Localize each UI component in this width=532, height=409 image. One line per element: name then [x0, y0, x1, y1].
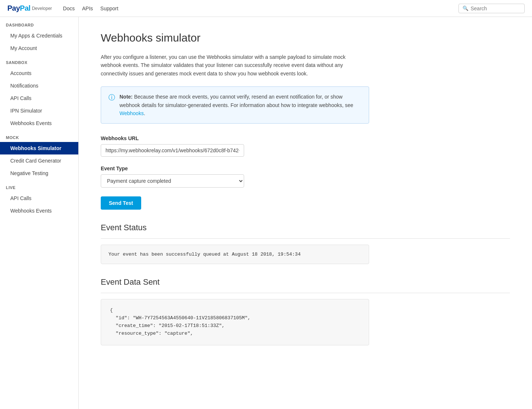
nav-docs[interactable]: Docs [63, 6, 75, 11]
top-navigation: PayPal Developer Docs APIs Support 🔍 [0, 0, 532, 17]
event-type-field: Event Type Payment capture completed Pay… [101, 166, 510, 188]
event-type-label: Event Type [101, 166, 510, 171]
note-text-body: Because these are mock events, you canno… [119, 94, 353, 108]
search-input[interactable] [471, 6, 521, 11]
sidebar-section-mock: MOCK [0, 129, 78, 142]
event-status-message: Your event has been successfully queued … [108, 252, 301, 257]
sidebar-section-dashboard: DASHBOARD [0, 17, 78, 29]
info-icon: ⓘ [108, 93, 115, 117]
note-box: ⓘ Note: Because these are mock events, y… [101, 86, 369, 124]
sidebar-section-live: LIVE [0, 179, 78, 192]
event-status-divider [101, 238, 510, 239]
note-content: Note: Because these are mock events, you… [119, 93, 361, 117]
logo[interactable]: PayPal Developer [7, 4, 52, 13]
code-line-0: { [110, 307, 360, 314]
search-icon: 🔍 [463, 6, 468, 11]
code-line-1: "id": "WH-7Y7254563A4550640-11V218580683… [110, 314, 360, 322]
sidebar-item-api-calls[interactable]: API Calls [0, 92, 78, 104]
sidebar-item-live-api-calls[interactable]: API Calls [0, 192, 78, 204]
sidebar-item-webhooks-events[interactable]: Webhooks Events [0, 117, 78, 129]
event-data-divider [101, 293, 510, 293]
sidebar-item-my-apps[interactable]: My Apps & Credentials [0, 29, 78, 42]
event-status-box: Your event has been successfully queued … [101, 245, 369, 264]
sidebar: DASHBOARD My Apps & Credentials My Accou… [0, 17, 79, 409]
note-link-suffix: . [144, 110, 145, 116]
webhooks-url-field: Webhooks URL [101, 135, 510, 157]
webhooks-link[interactable]: Webhooks [119, 110, 144, 116]
webhooks-url-input[interactable] [101, 144, 244, 157]
paypal-logo-text: PayPal [7, 4, 31, 13]
sidebar-item-ipn-simulator[interactable]: IPN Simulator [0, 104, 78, 117]
sidebar-item-my-account[interactable]: My Account [0, 42, 78, 54]
developer-label: Developer [32, 6, 52, 11]
code-line-3: "resource_type": "capture", [110, 330, 360, 338]
note-bold: Note: [119, 94, 133, 100]
page-layout: DASHBOARD My Apps & Credentials My Accou… [0, 17, 532, 409]
search-box[interactable]: 🔍 [458, 4, 525, 13]
code-line-2: "create_time": "2015-02-17T18:51:33Z", [110, 322, 360, 330]
sidebar-item-credit-card-generator[interactable]: Credit Card Generator [0, 154, 78, 167]
sidebar-item-negative-testing[interactable]: Negative Testing [0, 167, 78, 179]
event-status-heading: Event Status [101, 223, 510, 232]
sidebar-item-webhooks-simulator[interactable]: Webhooks Simulator [0, 142, 78, 154]
page-title: Webhooks simulator [101, 32, 510, 44]
nav-links: Docs APIs Support [63, 6, 118, 11]
event-type-select[interactable]: Payment capture completed Payment captur… [101, 174, 244, 188]
event-data-heading: Event Data Sent [101, 277, 510, 287]
nav-apis[interactable]: APIs [82, 6, 93, 11]
send-test-button[interactable]: Send Test [101, 196, 141, 210]
description-text: After you configure a listener, you can … [101, 53, 365, 78]
sidebar-item-notifications[interactable]: Notifications [0, 79, 78, 92]
sidebar-section-sandbox: SANDBOX [0, 54, 78, 67]
event-data-box: { "id": "WH-7Y7254563A4550640-11V2185806… [101, 299, 369, 345]
sidebar-item-accounts[interactable]: Accounts [0, 67, 78, 79]
nav-support[interactable]: Support [100, 6, 118, 11]
webhooks-url-label: Webhooks URL [101, 135, 510, 141]
sidebar-item-live-webhooks-events[interactable]: Webhooks Events [0, 204, 78, 217]
main-content: Webhooks simulator After you configure a… [79, 17, 532, 409]
